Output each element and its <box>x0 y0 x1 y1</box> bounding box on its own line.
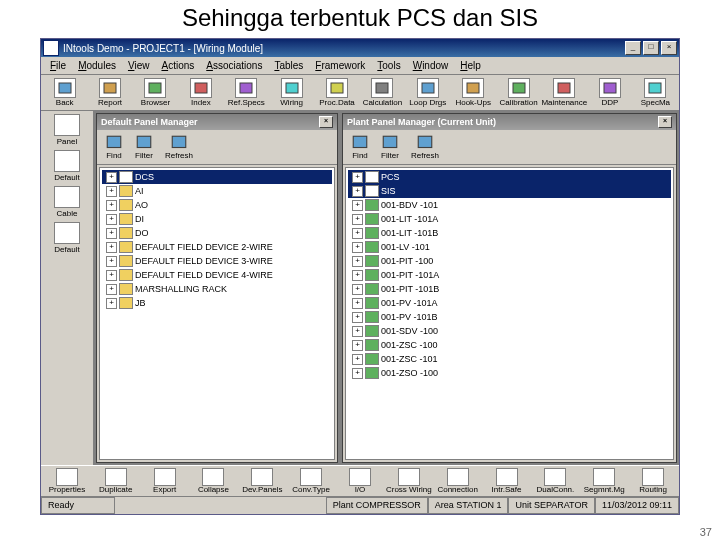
tree-item[interactable]: + MARSHALLING RACK <box>102 282 332 296</box>
tree-item[interactable]: + DEFAULT FIELD DEVICE 3-WIRE <box>102 254 332 268</box>
tree-item[interactable]: + 001-LIT -101A <box>348 212 671 226</box>
tool-browser[interactable]: Browser <box>134 78 177 107</box>
btool-intrsafe[interactable]: Intr.Safe <box>483 468 531 494</box>
panel-tool-find[interactable]: Find <box>105 134 123 160</box>
tree-item[interactable]: + 001-PV -101A <box>348 296 671 310</box>
tool-ddp[interactable]: DDP <box>588 78 631 107</box>
tree-right[interactable]: + PCS + SIS + 001-BDV -101 + 001-LIT -10… <box>345 167 674 460</box>
btool-crosswiring[interactable]: Cross Wiring <box>385 468 433 494</box>
tool-wiring[interactable]: Wiring <box>270 78 313 107</box>
btool-devpanels[interactable]: Dev.Panels <box>238 468 286 494</box>
btool-duplicate[interactable]: Duplicate <box>92 468 140 494</box>
tool-refspecs[interactable]: Ref.Specs <box>225 78 268 107</box>
tree-item[interactable]: + DCS <box>102 170 332 184</box>
tree-item[interactable]: + 001-PV -101B <box>348 310 671 324</box>
tool-maintenance[interactable]: Maintenance <box>542 78 586 107</box>
expand-icon[interactable]: + <box>106 256 117 267</box>
expand-icon[interactable]: + <box>352 172 363 183</box>
expand-icon[interactable]: + <box>352 284 363 295</box>
expand-icon[interactable]: + <box>352 242 363 253</box>
panel-tool-find[interactable]: Find <box>351 134 369 160</box>
tree-item[interactable]: + 001-PIT -101A <box>348 268 671 282</box>
tree-item[interactable]: + JB <box>102 296 332 310</box>
sidebar-default[interactable]: Default <box>43 222 91 254</box>
tree-item[interactable]: + PCS <box>348 170 671 184</box>
tool-index[interactable]: Index <box>179 78 222 107</box>
tree-item[interactable]: + DEFAULT FIELD DEVICE 2-WIRE <box>102 240 332 254</box>
panel-tool-refresh[interactable]: Refresh <box>165 134 193 160</box>
tool-calibration[interactable]: Calibration <box>497 78 540 107</box>
tool-specma[interactable]: SpecMa <box>634 78 677 107</box>
expand-icon[interactable]: + <box>106 284 117 295</box>
close-button[interactable]: × <box>661 41 677 55</box>
minimize-button[interactable]: _ <box>625 41 641 55</box>
menu-tools[interactable]: Tools <box>372 59 405 72</box>
expand-icon[interactable]: + <box>352 354 363 365</box>
expand-icon[interactable]: + <box>106 186 117 197</box>
panel-tool-refresh[interactable]: Refresh <box>411 134 439 160</box>
expand-icon[interactable]: + <box>352 270 363 281</box>
btool-export[interactable]: Export <box>141 468 189 494</box>
menu-actions[interactable]: Actions <box>156 59 199 72</box>
tree-item[interactable]: + AO <box>102 198 332 212</box>
tool-report[interactable]: Report <box>88 78 131 107</box>
tree-item[interactable]: + DEFAULT FIELD DEVICE 4-WIRE <box>102 268 332 282</box>
btool-io[interactable]: I/O <box>336 468 384 494</box>
btool-segmntmg[interactable]: Segmnt.Mg <box>580 468 628 494</box>
btool-dualconn[interactable]: DualConn. <box>531 468 579 494</box>
tree-left[interactable]: + DCS + AI + AO + DI + DO + DEFAULT FIEL… <box>99 167 335 460</box>
tree-item[interactable]: + 001-PIT -100 <box>348 254 671 268</box>
btool-collapse[interactable]: Collapse <box>190 468 238 494</box>
expand-icon[interactable]: + <box>106 270 117 281</box>
tool-back[interactable]: Back <box>43 78 86 107</box>
expand-icon[interactable]: + <box>352 340 363 351</box>
menu-view[interactable]: View <box>123 59 155 72</box>
tree-item[interactable]: + SIS <box>348 184 671 198</box>
expand-icon[interactable]: + <box>106 298 117 309</box>
expand-icon[interactable]: + <box>352 326 363 337</box>
btool-routing[interactable]: Routing <box>629 468 677 494</box>
tree-item[interactable]: + 001-LV -101 <box>348 240 671 254</box>
menu-tables[interactable]: Tables <box>269 59 308 72</box>
sidebar-panel[interactable]: Panel <box>43 114 91 146</box>
expand-icon[interactable]: + <box>352 298 363 309</box>
expand-icon[interactable]: + <box>106 242 117 253</box>
tree-item[interactable]: + DI <box>102 212 332 226</box>
btool-properties[interactable]: Properties <box>43 468 91 494</box>
expand-icon[interactable]: + <box>106 200 117 211</box>
tree-item[interactable]: + 001-ZSC -101 <box>348 352 671 366</box>
expand-icon[interactable]: + <box>106 228 117 239</box>
sidebar-default[interactable]: Default <box>43 150 91 182</box>
expand-icon[interactable]: + <box>352 256 363 267</box>
menu-window[interactable]: Window <box>408 59 454 72</box>
expand-icon[interactable]: + <box>106 172 117 183</box>
tree-item[interactable]: + 001-BDV -101 <box>348 198 671 212</box>
tree-item[interactable]: + 001-PIT -101B <box>348 282 671 296</box>
expand-icon[interactable]: + <box>106 214 117 225</box>
panel-close-button[interactable]: × <box>319 116 333 128</box>
expand-icon[interactable]: + <box>352 186 363 197</box>
btool-connection[interactable]: Connection <box>434 468 482 494</box>
menu-file[interactable]: File <box>45 59 71 72</box>
panel-tool-filter[interactable]: Filter <box>135 134 153 160</box>
sidebar-cable[interactable]: Cable <box>43 186 91 218</box>
tree-item[interactable]: + 001-SDV -100 <box>348 324 671 338</box>
tree-item[interactable]: + 001-LIT -101B <box>348 226 671 240</box>
tool-calculation[interactable]: Calculation <box>361 78 404 107</box>
panel-tool-filter[interactable]: Filter <box>381 134 399 160</box>
btool-convtype[interactable]: Conv.Type <box>287 468 335 494</box>
tool-loopdrgs[interactable]: Loop Drgs <box>406 78 449 107</box>
tree-item[interactable]: + DO <box>102 226 332 240</box>
tool-hookups[interactable]: Hook-Ups <box>452 78 495 107</box>
expand-icon[interactable]: + <box>352 312 363 323</box>
menu-help[interactable]: Help <box>455 59 486 72</box>
tree-item[interactable]: + 001-ZSC -100 <box>348 338 671 352</box>
expand-icon[interactable]: + <box>352 214 363 225</box>
maximize-button[interactable]: □ <box>643 41 659 55</box>
menu-framework[interactable]: Framework <box>310 59 370 72</box>
expand-icon[interactable]: + <box>352 200 363 211</box>
menu-associations[interactable]: Associations <box>201 59 267 72</box>
tool-procdata[interactable]: Proc.Data <box>315 78 358 107</box>
tree-item[interactable]: + AI <box>102 184 332 198</box>
panel-close-button[interactable]: × <box>658 116 672 128</box>
